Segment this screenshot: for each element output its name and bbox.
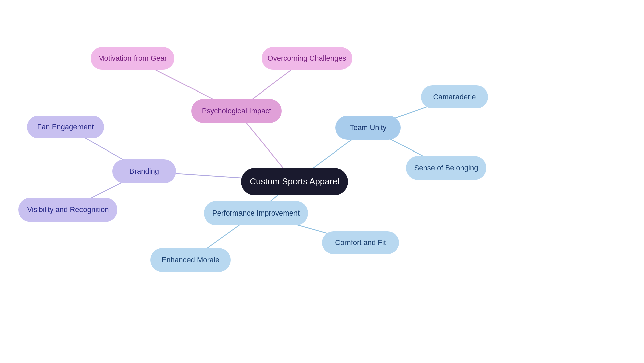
- node-label-psychological_impact: Psychological Impact: [199, 106, 274, 116]
- node-branding[interactable]: Branding: [112, 159, 176, 183]
- node-label-enhanced_morale: Enhanced Morale: [159, 255, 222, 265]
- node-label-camaraderie: Camaraderie: [430, 92, 478, 102]
- node-label-motivation_from_gear: Motivation from Gear: [95, 54, 169, 63]
- node-psychological_impact[interactable]: Psychological Impact: [191, 99, 282, 123]
- node-overcoming_challenges[interactable]: Overcoming Challenges: [262, 47, 352, 70]
- node-fan_engagement[interactable]: Fan Engagement: [27, 116, 104, 138]
- node-team_unity[interactable]: Team Unity: [335, 116, 401, 140]
- node-camaraderie[interactable]: Camaraderie: [421, 85, 488, 108]
- node-enhanced_morale[interactable]: Enhanced Morale: [150, 248, 231, 272]
- node-comfort_and_fit[interactable]: Comfort and Fit: [322, 231, 399, 254]
- node-label-center: Custom Sports Apparel: [247, 176, 342, 187]
- node-label-fan_engagement: Fan Engagement: [35, 122, 97, 132]
- node-performance_improvement[interactable]: Performance Improvement: [204, 201, 308, 225]
- node-label-team_unity: Team Unity: [347, 123, 389, 133]
- node-label-performance_improvement: Performance Improvement: [210, 208, 302, 218]
- node-sense_of_belonging[interactable]: Sense of Belonging: [406, 156, 486, 180]
- node-center[interactable]: Custom Sports Apparel: [241, 168, 348, 195]
- node-label-comfort_and_fit: Comfort and Fit: [332, 238, 389, 248]
- node-label-overcoming_challenges: Overcoming Challenges: [265, 54, 349, 63]
- node-label-branding: Branding: [127, 167, 162, 176]
- node-motivation_from_gear[interactable]: Motivation from Gear: [91, 47, 174, 70]
- node-visibility_recognition[interactable]: Visibility and Recognition: [18, 198, 117, 222]
- node-label-visibility_recognition: Visibility and Recognition: [24, 205, 111, 215]
- node-label-sense_of_belonging: Sense of Belonging: [412, 163, 481, 173]
